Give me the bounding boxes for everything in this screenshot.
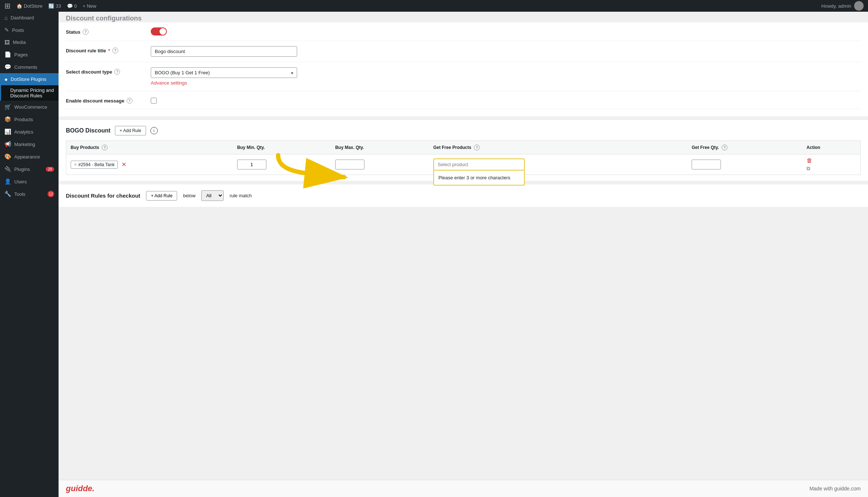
tag-close-icon[interactable]: ✕ [74,162,77,167]
select-discount-type-help-icon[interactable]: ? [114,69,120,75]
site-name[interactable]: 🏠 DotStore [16,3,42,9]
buy-max-qty-input[interactable] [335,160,364,169]
enable-discount-message-control [151,96,861,104]
checkout-rule-match-label: rule match [229,193,252,198]
guidde-footer: guidde. Made with guidde.com [59,480,868,497]
col-buy-max-qty: Buy Max. Qty. [331,141,429,154]
analytics-icon: 📊 [4,128,11,135]
bogo-header: BOGO Discount + Add Rule i [66,126,861,135]
bogo-info-icon[interactable]: i [150,127,158,134]
select-product-container: Please enter 3 or more characters [433,158,683,171]
sidebar-item-dynamic-pricing[interactable]: Dynamic Pricing and Discount Rules [0,85,59,101]
checkout-all-select[interactable]: All Any [201,190,224,201]
get-free-products-cell: Please enter 3 or more characters [429,154,687,175]
select-discount-type-label: Select discount type ? [66,67,146,75]
dotstore-icon: ● [4,76,8,82]
bogo-table-body: ✕ #2594 - Bella Tank ✕ [66,154,861,175]
page-partial-heading: Discount configurations [59,12,868,22]
admin-bar: ⊞ 🏠 DotStore 🔄 33 💬 0 + New Howdy, admin [0,0,868,12]
home-icon: 🏠 [16,3,22,9]
select-discount-type-row: Select discount type ? BOGO (Buy 1 Get 1… [66,62,861,91]
discount-title-help-icon[interactable]: ? [112,48,118,53]
buy-max-qty-cell [331,154,429,175]
sidebar-item-products[interactable]: 📦 Products [0,113,59,126]
appearance-icon: 🎨 [4,153,11,160]
buy-min-qty-cell [233,154,331,175]
status-control [151,27,861,36]
sidebar-item-marketing[interactable]: 📢 Marketing [0,138,59,150]
marketing-icon: 📢 [4,141,11,147]
avatar [854,1,864,11]
sidebar-item-tools[interactable]: 🔧 Tools 12 [0,188,59,200]
status-help-icon[interactable]: ? [83,29,89,35]
discount-type-select[interactable]: BOGO (Buy 1 Get 1 Free) Percentage Disco… [151,67,297,78]
woocommerce-icon: 🛒 [4,104,11,110]
status-toggle[interactable] [151,27,167,36]
enable-discount-message-label: Enable discount message ? [66,96,146,104]
buy-products-cell: ✕ #2594 - Bella Tank ✕ [66,154,233,175]
sidebar-item-woocommerce[interactable]: 🛒 WooCommerce [0,101,59,113]
sidebar-item-plugins[interactable]: 🔌 Plugins 29 [0,163,59,175]
get-free-qty-cell [687,154,802,175]
discount-title-input[interactable] [151,46,297,57]
get-free-qty-help-icon[interactable]: ? [722,145,727,150]
add-rule-button[interactable]: + Add Rule [115,126,146,135]
col-buy-min-qty: Buy Min. Qty. [233,141,331,154]
sidebar-item-dashboard[interactable]: ⌂ Dashboard [0,12,59,24]
checkout-add-rule-button[interactable]: + Add Rule [146,191,177,201]
products-icon: 📦 [4,116,11,123]
sidebar-item-analytics[interactable]: 📊 Analytics [0,126,59,138]
sidebar-item-dotstore[interactable]: ● DotStore Plugins [0,73,59,85]
posts-icon: ✎ [4,27,9,33]
form-section: Status ? Discount rule title * ? [59,22,868,116]
required-asterisk: * [108,48,110,53]
buy-products-wrapper: ✕ #2594 - Bella Tank ✕ [71,161,228,169]
col-buy-products: Buy Products ? [66,141,233,154]
updates-item[interactable]: 🔄 33 [48,3,61,9]
buy-min-qty-input[interactable] [237,160,266,169]
get-free-qty-input[interactable] [692,160,721,169]
plugins-badge: 29 [46,167,54,172]
comments-item[interactable]: 💬 0 [67,3,77,9]
tools-icon: 🔧 [4,191,11,197]
tools-badge: 12 [48,191,54,197]
guidde-made-with-text: Made with guidde.com [809,486,861,492]
checkout-section: Discount Rules for checkout + Add Rule b… [59,184,868,207]
sidebar-item-comments[interactable]: 💬 Comments [0,61,59,73]
enable-discount-help-icon[interactable]: ? [127,98,132,104]
new-item[interactable]: + New [83,3,96,9]
copy-row-button[interactable]: ⧉ [807,165,810,171]
get-free-products-help-icon[interactable]: ? [474,145,480,150]
discount-type-select-wrapper: BOGO (Buy 1 Get 1 Free) Percentage Disco… [151,67,297,78]
updates-icon: 🔄 [48,3,54,9]
bogo-table-wrapper: Buy Products ? Buy Min. Qty. Buy Max. Qt… [66,141,861,175]
bogo-title: BOGO Discount [66,127,111,134]
content-area: Discount configurations Status ? [59,12,868,480]
sidebar-item-posts[interactable]: ✎ Posts [0,24,59,36]
get-free-product-input[interactable] [433,158,525,171]
sidebar-item-appearance[interactable]: 🎨 Appearance [0,150,59,163]
discount-title-control [151,46,861,57]
wp-layout: ⌂ Dashboard ✎ Posts 🖼 Media 📄 Pages 💬 Co… [0,12,868,497]
col-get-free-qty: Get Free Qty. ? [687,141,802,154]
tag-remove-button[interactable]: ✕ [121,161,126,168]
table-row: ✕ #2594 - Bella Tank ✕ [66,154,861,175]
status-label: Status ? [66,27,146,35]
wp-logo-icon[interactable]: ⊞ [4,1,11,10]
dashboard-icon: ⌂ [4,15,8,21]
users-icon: 👤 [4,178,11,185]
advance-settings-link[interactable]: Advance settings [151,80,861,86]
media-icon: 🖼 [4,39,10,45]
delete-row-button[interactable]: 🗑 [807,157,856,164]
sidebar-item-media[interactable]: 🖼 Media [0,36,59,48]
sidebar-item-users[interactable]: 👤 Users [0,175,59,188]
pages-icon: 📄 [4,51,11,58]
discount-title-row: Discount rule title * ? [66,41,861,62]
sidebar-item-pages[interactable]: 📄 Pages [0,48,59,61]
buy-products-help-icon[interactable]: ? [102,145,108,150]
dropdown-hint: Please enter 3 or more characters [438,175,520,180]
discount-title-label: Discount rule title * ? [66,46,146,53]
select-discount-type-control: BOGO (Buy 1 Get 1 Free) Percentage Disco… [151,67,861,86]
enable-discount-message-checkbox[interactable] [151,98,157,104]
checkout-title: Discount Rules for checkout [66,193,140,199]
